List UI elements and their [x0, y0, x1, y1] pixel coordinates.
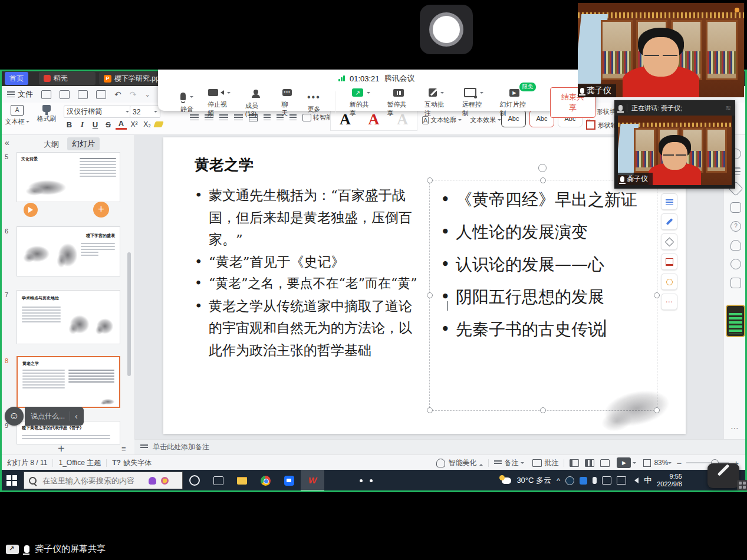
rotate-handle[interactable]: [538, 164, 547, 172]
tab-outline[interactable]: 大纲: [44, 139, 59, 150]
idea-button[interactable]: [661, 274, 677, 290]
slide-title[interactable]: 黄老之学: [195, 155, 254, 174]
format-painter-button[interactable]: 格式刷: [33, 105, 60, 123]
cortana-button[interactable]: [183, 470, 206, 491]
steam-icon[interactable]: [565, 476, 574, 485]
redo-icon[interactable]: ↷: [130, 90, 137, 99]
sidebar-more-icon[interactable]: ⋯: [730, 423, 739, 433]
insert-textbox-button[interactable]: A 文本框: [4, 105, 31, 126]
benefits-icon[interactable]: [730, 259, 741, 269]
share-panel-icon[interactable]: [730, 202, 741, 213]
tray-capture-icon[interactable]: [602, 476, 611, 485]
start-button[interactable]: [0, 470, 24, 491]
zoom-level[interactable]: 83%: [654, 459, 668, 467]
slide-thumb-7[interactable]: 学术特点与历史地位: [17, 290, 120, 344]
help-icon[interactable]: ?: [730, 221, 741, 232]
style-brush-button[interactable]: [661, 213, 677, 230]
underline-button[interactable]: U: [90, 120, 101, 129]
play-from-slide-button[interactable]: [24, 203, 38, 217]
collapse-panel-button[interactable]: «: [5, 138, 9, 147]
slide-thumb-8-selected[interactable]: 黄老之学: [17, 356, 120, 408]
slideshow-button[interactable]: ▶: [617, 457, 631, 468]
more-button[interactable]: ••• 更多: [307, 91, 321, 114]
theme-name[interactable]: 1_Office 主题: [58, 458, 101, 468]
thumbnail-scrollbar[interactable]: [127, 252, 131, 376]
superscript-button[interactable]: X²: [129, 120, 140, 129]
wps-app-button[interactable]: W: [301, 470, 324, 491]
font-name-select[interactable]: 汉仪行楷简: [64, 106, 132, 118]
tray-display-icon[interactable]: [617, 476, 626, 485]
resize-handle-w[interactable]: [427, 292, 433, 298]
font-color-button[interactable]: A: [116, 119, 127, 130]
tab-slides[interactable]: 幻灯片: [67, 137, 100, 150]
annotation-tool-float[interactable]: [707, 463, 739, 488]
slide-control-button[interactable]: 限免 ▶ 幻灯片控制: [499, 87, 529, 118]
mute-button[interactable]: 静音: [180, 91, 193, 114]
new-share-button[interactable]: ↗ 新的共享: [350, 87, 373, 118]
new-slide-button[interactable]: +: [58, 442, 65, 454]
taskbar-clock[interactable]: 9:55 2022/9/8: [657, 473, 682, 488]
slide-canvas[interactable]: 黄老之学 •蒙文通先生概括为：“百家盛于战 国，但后来却是黄老独盛，压倒百 家。…: [163, 137, 686, 434]
fit-window-icon[interactable]: [643, 459, 651, 467]
resize-handle-e[interactable]: [654, 292, 660, 298]
remote-control-button[interactable]: 远程控制: [462, 87, 486, 118]
resize-handle-se[interactable]: [654, 407, 660, 413]
quickbar-caret-icon[interactable]: ⌄: [144, 91, 150, 98]
frame-tool-button[interactable]: [661, 253, 677, 270]
weather-text[interactable]: 30°C 多云: [516, 475, 551, 486]
taskbar-search[interactable]: [24, 472, 183, 489]
insert-slide-button[interactable]: +: [93, 202, 109, 218]
selected-textbox[interactable]: •《黄帝四经》早出之新证 •人性论的发展演变 •认识论的发展——心 •阴阳五行思…: [429, 180, 657, 411]
resources-icon[interactable]: [730, 278, 741, 288]
print-preview-icon[interactable]: [96, 90, 106, 99]
missing-font-label[interactable]: 缺失字体: [123, 458, 152, 468]
ime-indicator[interactable]: 中: [644, 475, 651, 486]
collapse-bubble-icon[interactable]: ‹: [75, 411, 78, 421]
tab-docer[interactable]: 稻壳: [39, 72, 96, 85]
slide-list-menu-icon[interactable]: ≡: [121, 444, 126, 453]
print-icon[interactable]: [78, 90, 88, 99]
italic-button[interactable]: I: [77, 120, 88, 129]
chrome-button[interactable]: [254, 470, 277, 491]
emoji-button[interactable]: ☺: [5, 407, 24, 426]
highlight-icon[interactable]: [153, 121, 164, 127]
notes-bar[interactable]: 单击此处添加备注: [134, 439, 747, 454]
meeting-app-button[interactable]: [277, 470, 301, 491]
comments-toggle[interactable]: 批注: [532, 458, 558, 468]
tray-mic-icon[interactable]: [593, 477, 597, 484]
annotation-grid-icon[interactable]: [737, 480, 747, 490]
export-icon[interactable]: [60, 90, 70, 99]
slide-thumb-5[interactable]: 文化背景: [17, 152, 120, 202]
video-feed-secondary[interactable]: 龚子仪: [618, 116, 732, 185]
tray-expand-icon[interactable]: ^: [557, 476, 560, 485]
stop-video-button[interactable]: 停止视频: [208, 87, 231, 118]
normal-view-button[interactable]: [570, 459, 579, 467]
beautify-button[interactable]: 智能美化: [436, 458, 483, 468]
subscript-button[interactable]: X₂: [141, 120, 153, 129]
speaking-panel[interactable]: 正在讲话: 龚子仪; ≋ 龚子仪: [614, 100, 735, 189]
resize-handle-n[interactable]: [540, 177, 546, 183]
volume-icon[interactable]: [631, 477, 639, 483]
strikethrough-button[interactable]: S: [103, 120, 114, 129]
tab-home[interactable]: 首页: [5, 72, 28, 85]
more-tools-button[interactable]: ⋯: [661, 294, 677, 310]
bold-button[interactable]: B: [64, 120, 75, 129]
slide-thumb-6[interactable]: 稷下学宫的盛衰: [17, 226, 120, 276]
save-icon[interactable]: [41, 90, 51, 99]
annotation-button[interactable]: 互动批注: [424, 87, 448, 118]
font-size-select[interactable]: 32: [130, 106, 160, 118]
notes-toggle[interactable]: 备注: [494, 458, 524, 468]
task-view-button[interactable]: [206, 470, 230, 491]
reading-view-button[interactable]: [600, 459, 610, 467]
resize-handle-nw[interactable]: [427, 177, 433, 183]
file-menu[interactable]: 文件: [7, 89, 33, 100]
pause-share-button[interactable]: 暂停共享: [387, 87, 410, 118]
chat-prompt[interactable]: 说点什么...: [31, 411, 65, 421]
qq-guard-icon[interactable]: [580, 477, 587, 485]
members-button[interactable]: 成员(13): [245, 88, 267, 117]
resize-handle-s[interactable]: [540, 407, 546, 413]
search-input[interactable]: [41, 476, 144, 486]
video-feed-primary[interactable]: 龚子仪: [578, 3, 744, 97]
chat-button[interactable]: ••• 聊天: [281, 87, 293, 118]
service-icon[interactable]: [730, 240, 741, 251]
